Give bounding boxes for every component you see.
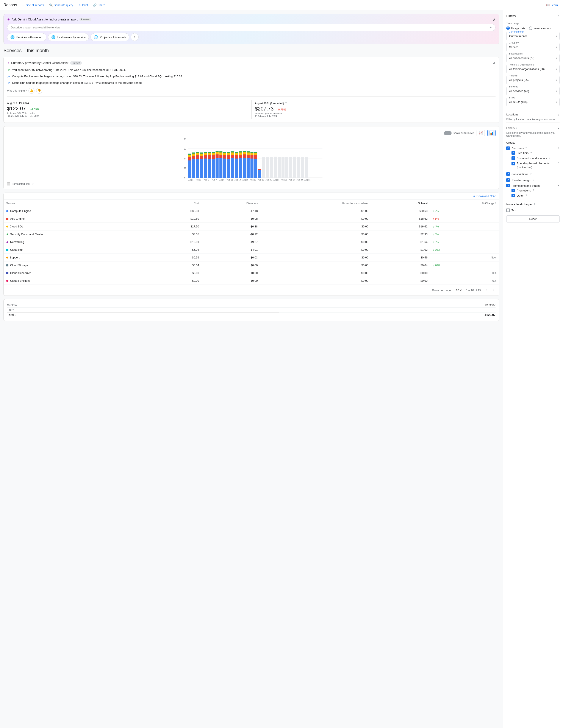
gemini-input[interactable] xyxy=(11,26,488,29)
spending-based-label: Spending based discounts (contractual) xyxy=(517,162,556,169)
thumbs-up-button[interactable]: 👍 xyxy=(28,88,34,94)
promotions-checkbox[interactable]: ✓ xyxy=(512,189,515,192)
summary-bullet-1: ↗ You spent $122.07 between Aug 1-19, 20… xyxy=(7,68,496,72)
svg-rect-79 xyxy=(254,155,257,159)
help-icon-promotions[interactable]: ? xyxy=(533,189,534,192)
line-chart-btn[interactable]: 📈 xyxy=(477,130,485,136)
rows-per-page-select[interactable]: 10 25 50 xyxy=(455,288,463,292)
col-change[interactable]: % Change ? xyxy=(430,200,499,207)
folders-select[interactable]: All folders/organizations (28) xyxy=(506,65,560,73)
prev-page-button[interactable]: ‹ xyxy=(484,288,488,293)
down-arrow-icon: ↓ xyxy=(28,108,30,111)
help-icon-free-tiers[interactable]: ? xyxy=(530,151,532,154)
help-icon-reseller[interactable]: ? xyxy=(533,179,534,182)
subscriptions-item: ✓ Subscriptions ? xyxy=(506,171,560,177)
invoice-month-radio[interactable]: Invoice month xyxy=(529,26,551,30)
svg-rect-33 xyxy=(208,152,211,153)
stat-current: August 1–19, 2024 $122.07 ↓ -4.09% inclu… xyxy=(7,100,251,119)
svg-rect-16 xyxy=(192,154,195,156)
share-link[interactable]: 🔗 Share xyxy=(91,3,107,8)
svg-rect-54 xyxy=(231,158,234,178)
help-icon-other[interactable]: ? xyxy=(526,194,527,197)
quick-report-projects[interactable]: 🌐 Projects – this month xyxy=(90,33,129,41)
cumulative-toggle[interactable]: Show cumulative xyxy=(444,131,474,135)
help-icon-invoice[interactable]: ? xyxy=(534,203,535,206)
reset-button[interactable]: Reset xyxy=(506,215,560,222)
help-icon-discounts[interactable]: ? xyxy=(526,147,527,150)
group-by-select[interactable]: Service Project SKU xyxy=(506,43,560,51)
services-select[interactable]: All services (47) xyxy=(506,87,560,95)
collapse-gemini-button[interactable]: ∧ xyxy=(493,17,496,22)
projects-select[interactable]: All projects (55) xyxy=(506,76,560,84)
generate-query-link[interactable]: 🔍 Generate query xyxy=(47,3,75,8)
usage-date-radio[interactable]: Usage date xyxy=(506,26,526,30)
svg-rect-42 xyxy=(219,158,222,178)
trend-up-icon: ↗ xyxy=(7,68,10,72)
tax-label: Tax xyxy=(7,308,11,311)
stat-amount-current: $122.07 xyxy=(7,106,26,112)
svg-rect-49 xyxy=(223,152,226,153)
help-icon-forecasted[interactable]: ? xyxy=(32,182,33,185)
col-subtotal[interactable]: ↓ Subtotal xyxy=(371,200,430,207)
trend-icon-3: ↗ xyxy=(7,81,10,85)
bar-chart-btn[interactable]: 📊 xyxy=(487,130,496,136)
quick-report-services[interactable]: 🌐 Services – this month xyxy=(7,33,46,41)
reseller-margin-checkbox[interactable]: ✓ xyxy=(506,178,510,182)
locations-header[interactable]: Locations ∨ xyxy=(506,111,560,118)
helpful-row: Was this helpful? 👍 👎 xyxy=(7,88,496,94)
subscriptions-checkbox[interactable]: ✓ xyxy=(506,172,510,176)
svg-rect-44 xyxy=(219,152,222,155)
spending-based-checkbox[interactable]: ✓ xyxy=(512,162,515,165)
subaccounts-select[interactable]: All subaccounts (27) xyxy=(506,54,560,62)
help-icon-subscriptions[interactable]: ? xyxy=(530,173,532,176)
other-checkbox[interactable]: ✓ xyxy=(512,194,515,197)
help-icon-total[interactable]: ? xyxy=(15,313,16,316)
gemini-submit-icon[interactable]: ✦ xyxy=(490,26,492,29)
svg-rect-62 xyxy=(239,158,242,178)
labels-header[interactable]: Labels ? ∨ xyxy=(506,124,560,131)
discounts-checkbox[interactable]: ✓ xyxy=(506,146,510,150)
svg-text:Aug 1: Aug 1 xyxy=(188,179,193,181)
svg-rect-37 xyxy=(212,152,215,153)
svg-rect-82 xyxy=(258,170,261,178)
learn-link[interactable]: 📖 Learn xyxy=(544,3,560,8)
help-icon-sustained[interactable]: ? xyxy=(549,157,550,160)
skus-select[interactable]: All SKUs (408) xyxy=(506,98,560,106)
current-month-select[interactable]: Current month Last month Custom range xyxy=(506,32,560,40)
sustained-use-checkbox[interactable]: ✓ xyxy=(512,156,515,160)
promotions-parent-checkbox[interactable]: ✓ xyxy=(506,184,510,187)
stat-period-current: August 1–19, 2024 xyxy=(7,102,248,105)
download-csv-button[interactable]: ⬇ Download CSV xyxy=(473,194,496,198)
svg-rect-89 xyxy=(282,157,285,178)
quick-report-next[interactable]: › xyxy=(131,33,139,41)
tax-checkbox[interactable] xyxy=(506,208,510,212)
see-all-reports-link[interactable]: ☰ See all reports xyxy=(20,3,46,8)
svg-rect-28 xyxy=(204,153,207,155)
help-icon-spending[interactable]: ? xyxy=(558,162,560,165)
forecasted-label: Forecasted cost xyxy=(12,182,30,185)
locations-sub: Filter by location data like region and … xyxy=(506,118,560,121)
stat-forecasted: August 2024 (forecasted) ? $207.73 ↑ 0.7… xyxy=(251,100,496,119)
svg-rect-70 xyxy=(246,158,249,178)
free-tiers-checkbox[interactable]: ✓ xyxy=(512,151,515,155)
svg-rect-90 xyxy=(286,157,289,178)
summary-bullet-2: ↗ Compute Engine was the largest charge,… xyxy=(7,74,496,79)
print-icon: 🖨 xyxy=(78,3,81,7)
svg-rect-93 xyxy=(297,157,300,178)
collapse-summary-button[interactable]: ∧ xyxy=(493,61,496,65)
svg-text:Aug 31: Aug 31 xyxy=(305,179,311,181)
labels-label: Labels xyxy=(506,126,515,130)
help-icon-labels[interactable]: ? xyxy=(516,126,517,130)
help-icon-tax[interactable]: ? xyxy=(12,308,14,311)
thumbs-down-button[interactable]: 👎 xyxy=(36,88,42,94)
expand-sidebar-button[interactable]: › xyxy=(558,14,560,18)
promotions-header[interactable]: ✓ Promotions and others ∧ xyxy=(506,184,560,188)
next-page-button[interactable]: › xyxy=(492,288,496,293)
print-link[interactable]: 🖨 Print xyxy=(76,3,90,8)
svg-rect-10 xyxy=(188,160,191,178)
toggle-switch[interactable] xyxy=(444,131,452,135)
help-icon-forecast[interactable]: ? xyxy=(285,102,287,105)
svg-rect-59 xyxy=(235,155,238,159)
quick-report-invoice[interactable]: 🌐 Last invoice by service xyxy=(48,33,89,41)
discounts-header[interactable]: ✓ Discounts ? ∧ xyxy=(506,146,560,150)
